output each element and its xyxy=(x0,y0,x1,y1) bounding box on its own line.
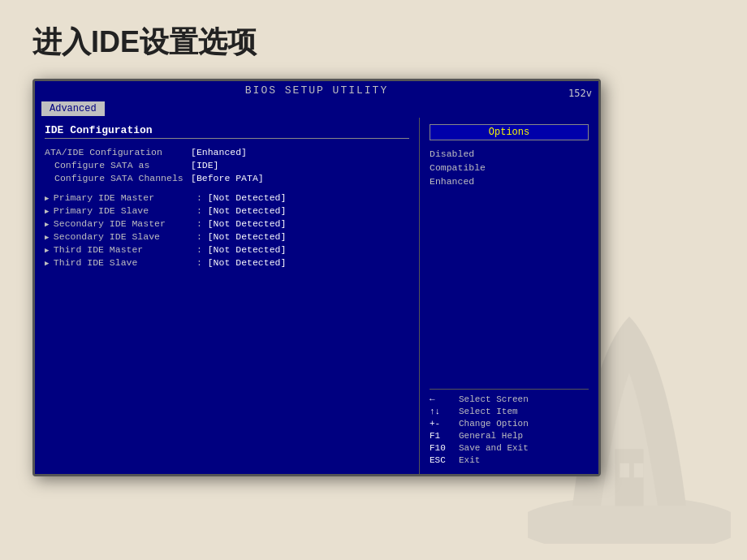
row-colon-5: : xyxy=(191,244,208,255)
help-row-f10: F10 Save and Exit xyxy=(430,443,589,453)
row-label-secondary-slave: Secondary IDE Slave xyxy=(45,231,191,242)
help-key-f10: F10 xyxy=(430,443,459,453)
row-label-ata: ATA/IDE Configuration xyxy=(45,147,191,157)
bios-menu-bar: Advanced xyxy=(35,100,598,118)
svg-rect-1 xyxy=(615,449,644,506)
row-colon-4: : xyxy=(191,231,208,242)
row-value-secondary-master: [Not Detected] xyxy=(208,218,287,229)
row-colon-1: : xyxy=(191,192,208,203)
bios-left-panel: IDE Configuration ATA/IDE Configuration … xyxy=(35,118,420,474)
help-row-f1: F1 General Help xyxy=(430,431,589,441)
option-disabled[interactable]: Disabled xyxy=(430,149,589,159)
row-value-configure-sata: [IDE] xyxy=(191,160,219,170)
row-label-secondary-master: Secondary IDE Master xyxy=(45,218,191,229)
table-row[interactable]: Secondary IDE Master : [Not Detected] xyxy=(45,218,409,229)
bios-menu-advanced[interactable]: Advanced xyxy=(41,101,105,116)
option-enhanced[interactable]: Enhanced xyxy=(430,176,589,187)
table-row[interactable]: Primary IDE Master : [Not Detected] xyxy=(45,192,409,203)
row-label-third-slave: Third IDE Slave xyxy=(45,257,191,268)
help-desc-esc: Exit xyxy=(459,455,480,465)
option-compatible[interactable]: Compatible xyxy=(430,162,589,173)
bios-section-title: IDE Configuration xyxy=(45,124,409,139)
row-label-primary-master: Primary IDE Master xyxy=(45,192,191,203)
row-value-third-slave: [Not Detected] xyxy=(208,257,287,268)
bios-screen-container: 152v BIOS SETUP UTILITY Advanced IDE Con… xyxy=(32,79,601,476)
row-value-primary-slave: [Not Detected] xyxy=(208,205,287,216)
help-key-f1: F1 xyxy=(430,431,459,441)
svg-rect-3 xyxy=(634,463,644,478)
help-row-screen: ← Select Screen xyxy=(430,394,589,404)
row-label-third-master: Third IDE Master xyxy=(45,244,191,255)
table-row[interactable]: Primary IDE Slave : [Not Detected] xyxy=(45,205,409,216)
help-key-updown: ↑↓ xyxy=(430,407,459,416)
row-colon-2: : xyxy=(191,205,208,216)
row-colon-6: : xyxy=(191,257,208,268)
help-row-item: ↑↓ Select Item xyxy=(430,407,589,416)
table-row[interactable]: Third IDE Slave : [Not Detected] xyxy=(45,257,409,268)
bios-right-panel: Options Disabled Compatible Enhanced ← S… xyxy=(420,118,598,474)
bios-main-content: IDE Configuration ATA/IDE Configuration … xyxy=(35,118,598,474)
table-row: ATA/IDE Configuration [Enhanced] xyxy=(45,147,409,157)
row-colon-3: : xyxy=(191,218,208,229)
row-label-configure-sata: Configure SATA as xyxy=(45,160,191,170)
row-value-secondary-slave: [Not Detected] xyxy=(208,231,287,242)
table-row: Configure SATA Channels [Before PATA] xyxy=(45,173,409,183)
help-desc-change: Change Option xyxy=(459,419,529,429)
row-value-third-master: [Not Detected] xyxy=(208,244,287,255)
table-row[interactable]: Third IDE Master : [Not Detected] xyxy=(45,244,409,255)
page-number: 152v xyxy=(568,88,592,99)
bios-title-bar: BIOS SETUP UTILITY xyxy=(35,81,598,100)
help-row-change: +- Change Option xyxy=(430,419,589,429)
help-key-esc: ESC xyxy=(430,455,459,465)
table-row: Configure SATA as [IDE] xyxy=(45,160,409,170)
table-row[interactable]: Secondary IDE Slave : [Not Detected] xyxy=(45,231,409,242)
help-key-plusminus: +- xyxy=(430,419,459,429)
bios-help-section: ← Select Screen ↑↓ Select Item +- Change… xyxy=(430,389,589,467)
row-value-primary-master: [Not Detected] xyxy=(208,192,287,203)
help-desc-item: Select Item xyxy=(459,407,518,416)
page-title: 进入IDE设置选项 xyxy=(0,0,747,79)
bios-screen: BIOS SETUP UTILITY Advanced IDE Configur… xyxy=(35,81,598,474)
help-desc-f1: General Help xyxy=(459,431,523,441)
bios-options-title: Options xyxy=(430,124,589,140)
help-desc-f10: Save and Exit xyxy=(459,443,529,453)
svg-rect-2 xyxy=(620,463,629,478)
help-desc-screen: Select Screen xyxy=(459,394,529,404)
row-value-sata-channels: [Before PATA] xyxy=(191,173,264,183)
row-label-primary-slave: Primary IDE Slave xyxy=(45,205,191,216)
help-key-arrows: ← xyxy=(430,394,459,404)
row-value-ata: [Enhanced] xyxy=(191,147,247,157)
row-label-sata-channels: Configure SATA Channels xyxy=(45,173,191,183)
help-row-esc: ESC Exit xyxy=(430,455,589,465)
